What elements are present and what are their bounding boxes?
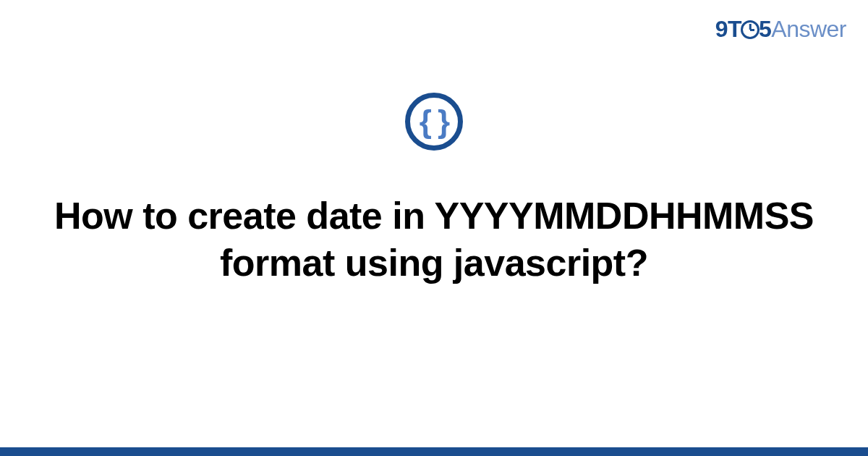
logo-text-9t: 9T: [715, 16, 741, 42]
page-title: How to create date in YYYYMMDDHHMMSS for…: [43, 193, 825, 287]
code-braces-icon: { }: [405, 93, 463, 151]
clock-icon: [741, 20, 760, 39]
braces-glyph: { }: [420, 104, 448, 140]
main-content: { } How to create date in YYYYMMDDHHMMSS…: [0, 93, 868, 287]
site-logo[interactable]: 9T5Answer: [715, 16, 846, 43]
bottom-accent-bar: [0, 447, 868, 456]
logo-text-5: 5: [759, 16, 771, 42]
logo-text-answer: Answer: [771, 16, 846, 42]
